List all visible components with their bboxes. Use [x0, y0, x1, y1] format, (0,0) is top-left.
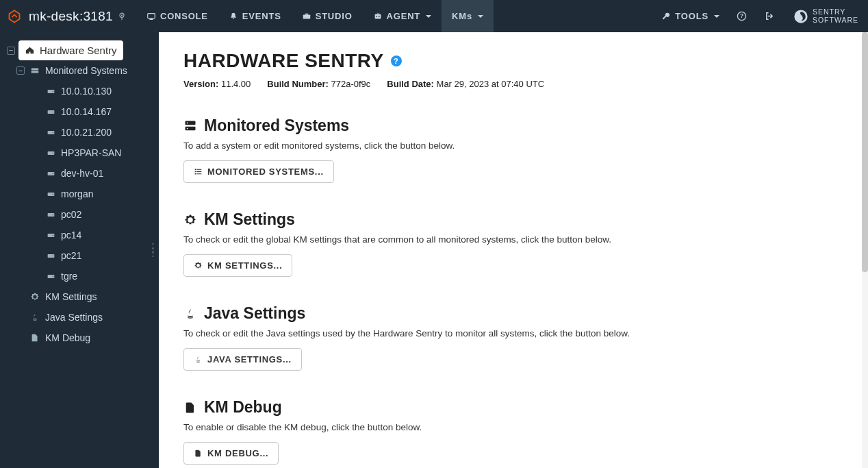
home-icon [25, 45, 35, 56]
hdd-icon [47, 272, 55, 281]
section-button[interactable]: KM SETTINGS... [183, 254, 292, 277]
nav-kms-label: KMs [452, 11, 472, 21]
nav-tools-label: TOOLS [675, 11, 709, 21]
tree-host-item[interactable]: 10.0.10.130 [31, 81, 159, 101]
tree-host-item[interactable]: pc02 [31, 204, 159, 225]
java-icon [30, 312, 40, 322]
date-label: Build Date: [387, 79, 434, 89]
section-button-label: KM SETTINGS... [207, 260, 282, 271]
tree-host-item[interactable]: 10.0.21.200 [31, 122, 159, 143]
scrollbar[interactable] [862, 32, 868, 468]
tree-host-item[interactable]: tgre [31, 266, 159, 286]
hdd-icon [47, 87, 55, 96]
tree-monitored-systems-label: Monitored Systems [45, 65, 127, 76]
section-text: To check or edit the Java settings used … [183, 328, 819, 338]
tree-link-item[interactable]: KM Settings [15, 286, 159, 307]
server-icon [30, 66, 40, 75]
tree-link-label: Java Settings [45, 312, 103, 323]
swirl-icon [793, 9, 808, 24]
tree-host-label: pc21 [61, 250, 81, 261]
nav-agent-label: AGENT [387, 11, 421, 21]
tree-monitored-systems[interactable]: − Monitored Systems [15, 60, 159, 81]
sidebar-resize-handle[interactable]: ⋮⋮ [146, 243, 159, 257]
sentry-software-logo[interactable]: SENTRY SOFTWARE [784, 8, 868, 23]
hdd-icon [47, 190, 55, 199]
nav-tools[interactable]: TOOLS [653, 0, 728, 32]
chevron-down-icon [478, 15, 483, 18]
section: Monitored SystemsTo add a system or edit… [183, 116, 819, 183]
help-badge-icon[interactable]: ? [391, 56, 402, 66]
tree-host-item[interactable]: pc21 [31, 245, 159, 266]
tree-link-label: KM Debug [45, 332, 90, 343]
gear-icon [194, 261, 203, 270]
java-icon [194, 355, 203, 364]
tree-host-label: pc02 [61, 209, 81, 220]
hdd-icon [47, 108, 55, 116]
section-button[interactable]: KM DEBUG... [183, 442, 279, 465]
tree-host-item[interactable]: dev-hv-01 [31, 163, 159, 184]
tree-link-item[interactable]: Java Settings [15, 307, 159, 328]
nav-studio[interactable]: STUDIO [292, 0, 363, 32]
list-icon [194, 167, 203, 176]
nav-help-button[interactable] [728, 0, 756, 32]
tree-collapse-toggle[interactable]: − [7, 47, 15, 55]
scrollbar-thumb[interactable] [862, 32, 868, 272]
section-button[interactable]: MONITORED SYSTEMS... [183, 160, 334, 183]
tree-host-label: 10.0.21.200 [61, 127, 112, 138]
tree-host-item[interactable]: HP3PAR-SAN [31, 143, 159, 163]
build-label: Build Number: [267, 79, 329, 89]
java-icon [183, 307, 197, 321]
chevron-down-icon [426, 15, 431, 18]
section-heading: KM Settings [183, 210, 819, 229]
nav-events-label: EVENTS [242, 11, 281, 21]
robot-icon [373, 12, 383, 21]
section-button-label: KM DEBUG... [207, 448, 268, 458]
navbar: mk-desk:3181 CONSOLE EVENTS STUDIO AGENT… [0, 0, 868, 32]
build-value: 772a-0f9c [331, 79, 370, 89]
gear-icon [30, 292, 40, 301]
hdd-icon [47, 210, 55, 219]
nav-kms[interactable]: KMs [442, 0, 494, 32]
screen-icon [146, 12, 156, 21]
section-button-label: MONITORED SYSTEMS... [207, 167, 324, 177]
page-title: HARDWARE SENTRY ? [183, 50, 819, 72]
logo-line2: SOFTWARE [813, 16, 858, 24]
brand-logo[interactable] [0, 0, 29, 32]
nav-events[interactable]: EVENTS [218, 0, 292, 32]
host-label[interactable]: mk-desk:3181 [29, 9, 117, 24]
tree-host-label: pc14 [61, 230, 81, 241]
location-pin-icon[interactable] [117, 12, 127, 21]
section-heading: Monitored Systems [183, 116, 819, 135]
tree-collapse-toggle[interactable]: − [16, 66, 25, 75]
sidebar: − Hardware Sentry − Monitored Systems [0, 32, 159, 468]
tree-host-label: 10.0.14.167 [61, 106, 112, 117]
main-content: HARDWARE SENTRY ? Version: 11.4.00 Build… [159, 32, 868, 468]
tree-root-hardware-sentry[interactable]: Hardware Sentry [18, 40, 123, 60]
nav-console[interactable]: CONSOLE [136, 0, 218, 32]
tree-host-label: tgre [61, 271, 77, 282]
tree-host-label: morgan [61, 188, 93, 199]
gear-icon [183, 213, 197, 227]
server-icon [183, 119, 197, 133]
tree-host-label: dev-hv-01 [61, 168, 103, 179]
nav-agent[interactable]: AGENT [363, 0, 442, 32]
section: KM SettingsTo check or edit the global K… [183, 210, 819, 277]
hdd-icon [47, 128, 55, 137]
nav-studio-label: STUDIO [316, 11, 353, 21]
hdd-icon [47, 149, 55, 158]
file-icon [194, 449, 203, 458]
tree-link-item[interactable]: KM Debug [15, 328, 159, 348]
section-text: To check or edit the global KM settings … [183, 234, 819, 245]
section-text: To add a system or edit monitored system… [183, 140, 819, 151]
nav-console-label: CONSOLE [160, 11, 208, 21]
tree-host-item[interactable]: morgan [31, 184, 159, 204]
version-label: Version: [183, 79, 218, 89]
date-value: Mar 29, 2023 at 07:40 UTC [437, 79, 545, 89]
nav-logout-button[interactable] [756, 0, 784, 32]
tree-host-item[interactable]: 10.0.14.167 [31, 101, 159, 122]
tree-host-label: HP3PAR-SAN [61, 147, 121, 158]
section-button-label: JAVA SETTINGS... [207, 354, 292, 365]
wrench-icon [661, 12, 671, 21]
tree-host-item[interactable]: pc14 [31, 225, 159, 245]
section-button[interactable]: JAVA SETTINGS... [183, 348, 302, 371]
